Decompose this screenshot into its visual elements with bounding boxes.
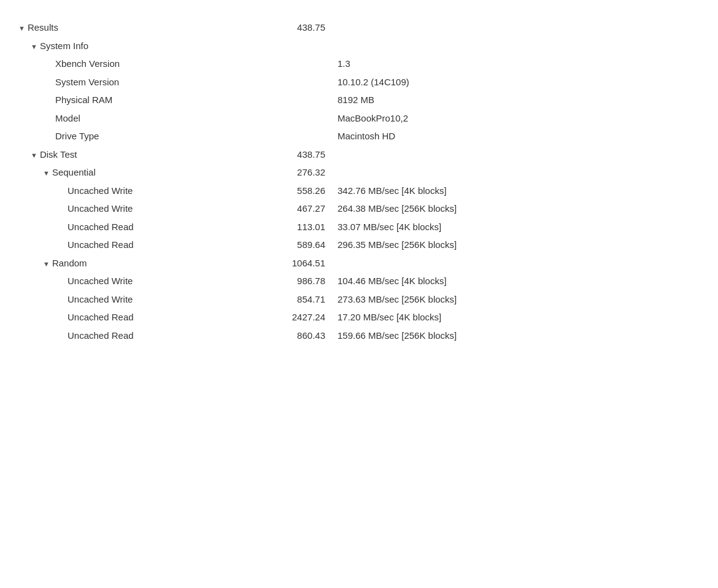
rand-read-256k-detail: 159.66 MB/sec [256K blocks] (338, 328, 457, 344)
seq-read-4k-label: Uncached Read (68, 219, 134, 235)
results-triangle[interactable]: ▼ (18, 23, 25, 34)
results-label: Results (28, 20, 58, 36)
system-version-row: System Version 10.10.2 (14C109) (18, 73, 700, 91)
drive-type-label: Drive Type (55, 128, 99, 144)
sequential-label: Sequential (52, 164, 96, 180)
sequential-triangle[interactable]: ▼ (43, 168, 50, 179)
rand-read-256k-row: Uncached Read 860.43 159.66 MB/sec [256K… (18, 327, 700, 345)
seq-write-256k-row: Uncached Write 467.27 264.38 MB/sec [256… (18, 199, 700, 218)
model-row: Model MacBookPro10,2 (18, 109, 700, 128)
xbench-version-row: Xbench Version 1.3 (18, 55, 700, 73)
results-tree: ▼ Results 438.75 ▼ System Info Xbench Ve… (18, 12, 700, 344)
seq-read-256k-score: 589.64 (276, 237, 338, 253)
random-triangle[interactable]: ▼ (43, 258, 50, 270)
rand-read-4k-score: 2427.24 (276, 309, 338, 325)
physical-ram-detail: 8192 MB (338, 92, 374, 108)
disk-test-triangle[interactable]: ▼ (31, 150, 37, 161)
rand-write-256k-row: Uncached Write 854.71 273.63 MB/sec [256… (18, 290, 700, 309)
rand-read-256k-label: Uncached Read (68, 328, 134, 344)
seq-write-4k-label: Uncached Write (68, 183, 133, 199)
disk-test-label: Disk Test (40, 147, 77, 163)
rand-write-256k-label: Uncached Write (68, 292, 133, 308)
results-row: ▼ Results 438.75 (18, 18, 700, 37)
system-version-label: System Version (55, 74, 119, 90)
physical-ram-row: Physical RAM 8192 MB (18, 91, 700, 109)
rand-write-4k-label: Uncached Write (68, 273, 133, 289)
drive-type-row: Drive Type Macintosh HD (18, 127, 700, 145)
drive-type-detail: Macintosh HD (338, 128, 395, 144)
disk-test-row: ▼ Disk Test 438.75 (18, 145, 700, 164)
system-version-detail: 10.10.2 (14C109) (338, 74, 409, 90)
seq-read-256k-label: Uncached Read (68, 237, 134, 253)
rand-write-256k-score: 854.71 (276, 292, 338, 308)
system-info-label: System Info (40, 38, 88, 54)
rand-read-4k-row: Uncached Read 2427.24 17.20 MB/sec [4K b… (18, 308, 700, 327)
seq-write-4k-row: Uncached Write 558.26 342.76 MB/sec [4K … (18, 182, 700, 200)
results-score: 438.75 (276, 20, 338, 36)
rand-write-4k-detail: 104.46 MB/sec [4K blocks] (338, 273, 447, 289)
seq-read-4k-row: Uncached Read 113.01 33.07 MB/sec [4K bl… (18, 218, 700, 236)
rand-read-4k-detail: 17.20 MB/sec [4K blocks] (338, 309, 441, 325)
sequential-score: 276.32 (276, 164, 338, 180)
random-row: ▼ Random 1064.51 (18, 254, 700, 273)
rand-write-4k-score: 986.78 (276, 273, 338, 289)
seq-write-256k-detail: 264.38 MB/sec [256K blocks] (338, 201, 457, 217)
seq-read-4k-score: 113.01 (276, 219, 338, 235)
rand-read-256k-score: 860.43 (276, 328, 338, 344)
system-info-triangle[interactable]: ▼ (31, 41, 37, 53)
xbench-version-label: Xbench Version (55, 56, 120, 72)
seq-write-256k-score: 467.27 (276, 201, 338, 217)
rand-write-4k-row: Uncached Write 986.78 104.46 MB/sec [4K … (18, 272, 700, 290)
xbench-version-detail: 1.3 (338, 56, 350, 72)
system-info-row: ▼ System Info (18, 37, 700, 55)
sequential-row: ▼ Sequential 276.32 (18, 163, 700, 182)
rand-read-4k-label: Uncached Read (68, 309, 134, 325)
physical-ram-label: Physical RAM (55, 92, 112, 108)
rand-write-256k-detail: 273.63 MB/sec [256K blocks] (338, 292, 457, 308)
random-score: 1064.51 (276, 255, 338, 271)
model-detail: MacBookPro10,2 (338, 110, 408, 126)
model-label: Model (55, 110, 80, 126)
seq-read-256k-row: Uncached Read 589.64 296.35 MB/sec [256K… (18, 236, 700, 254)
seq-write-256k-label: Uncached Write (68, 201, 133, 217)
seq-read-4k-detail: 33.07 MB/sec [4K blocks] (338, 219, 441, 235)
random-label: Random (52, 255, 87, 271)
seq-write-4k-detail: 342.76 MB/sec [4K blocks] (338, 183, 447, 199)
disk-test-score: 438.75 (276, 147, 338, 163)
seq-read-256k-detail: 296.35 MB/sec [256K blocks] (338, 237, 457, 253)
seq-write-4k-score: 558.26 (276, 183, 338, 199)
